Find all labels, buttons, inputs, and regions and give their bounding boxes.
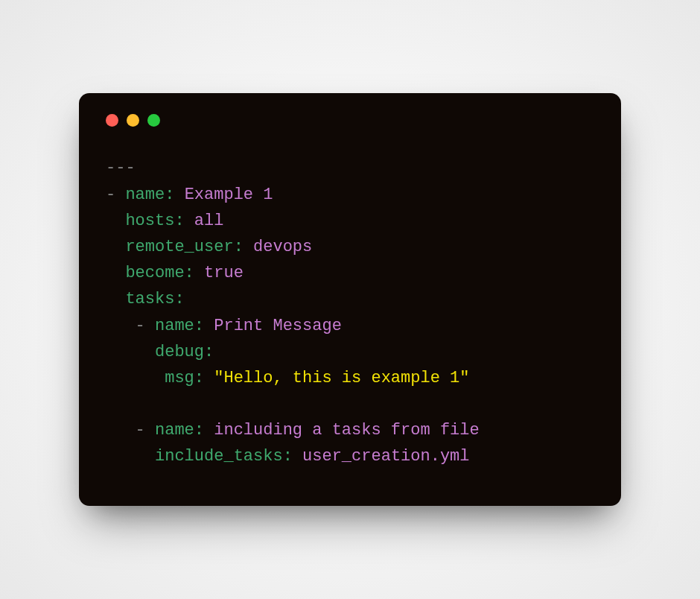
- task1-key-name: name:: [155, 317, 204, 335]
- task1-key-msg: msg:: [165, 369, 204, 387]
- code-block: --- - name: Example 1 hosts: all remote_…: [106, 155, 594, 469]
- val-become: true: [204, 264, 244, 282]
- task2-val-include: user_creation.yml: [302, 447, 469, 466]
- terminal-window: --- - name: Example 1 hosts: all remote_…: [79, 93, 621, 505]
- key-remote-user: remote_user:: [125, 238, 243, 256]
- maximize-icon[interactable]: [147, 114, 160, 127]
- close-icon[interactable]: [106, 114, 118, 127]
- key-hosts: hosts:: [125, 212, 184, 230]
- val-name-num: 1: [263, 186, 273, 204]
- task2-val-name: including a tasks from file: [214, 421, 479, 440]
- val-name: Example: [185, 186, 264, 204]
- key-become: become:: [125, 264, 194, 282]
- yaml-doc-start: ---: [106, 159, 136, 177]
- task1-val-name: Print Message: [214, 317, 342, 335]
- minimize-icon[interactable]: [127, 114, 139, 127]
- val-remote-user: devops: [253, 238, 312, 256]
- task1-key-debug: debug:: [155, 343, 214, 361]
- window-controls: [106, 114, 594, 127]
- val-hosts: all: [194, 212, 224, 230]
- task1-val-msg: "Hello, this is example 1": [214, 369, 469, 387]
- key-name: name:: [125, 186, 174, 204]
- task2-key-include: include_tasks:: [155, 447, 293, 466]
- dash-icon: -: [106, 186, 125, 204]
- dash-icon: -: [136, 421, 155, 440]
- key-tasks: tasks:: [125, 290, 184, 308]
- dash-icon: -: [136, 317, 155, 335]
- task2-key-name: name:: [155, 421, 204, 440]
